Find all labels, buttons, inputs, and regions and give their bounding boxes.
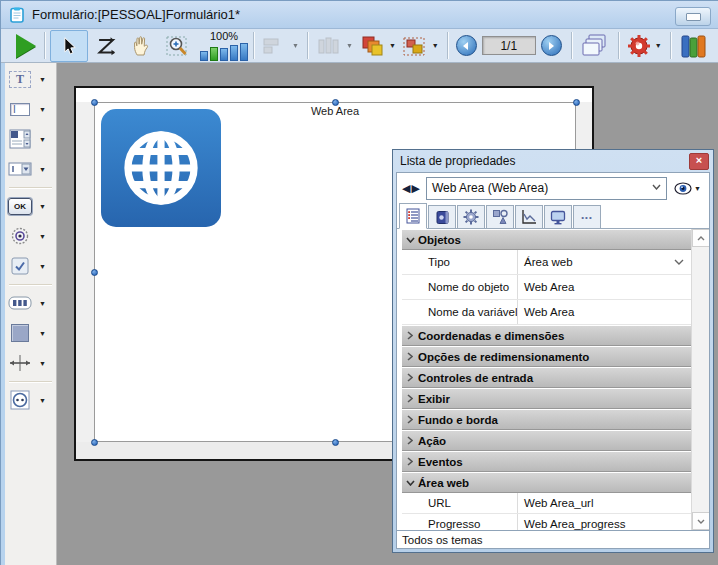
property-tabs: ••• <box>397 203 709 229</box>
property-row-progresso[interactable]: Progresso Web Area_progress <box>402 514 692 530</box>
property-row-tipo[interactable]: Tipo Área web <box>402 250 692 275</box>
object-prev-next-buttons[interactable]: ◀▶ <box>402 182 421 195</box>
form-editor-window: Formulário:[PESSOAL]Formulário1* <box>0 0 718 565</box>
tab-coordinates[interactable] <box>457 205 485 228</box>
group-selection-button[interactable] <box>399 31 431 61</box>
select-tool-button[interactable] <box>50 30 88 62</box>
run-form-button[interactable] <box>3 31 39 61</box>
property-row-url[interactable]: URL Web Area_url <box>402 493 692 514</box>
settings-dropdown-arrow[interactable]: ▼ <box>655 42 662 49</box>
splitter-tool-dropdown-arrow[interactable]: ▼ <box>39 360 46 367</box>
group-eventos[interactable]: Eventos <box>402 452 692 472</box>
tool-combo-box[interactable]: ▼ <box>5 155 56 183</box>
scroll-down-icon <box>697 519 705 524</box>
selection-handle[interactable] <box>332 439 339 446</box>
form-pages-button[interactable] <box>577 31 613 61</box>
combobox-tool-dropdown-arrow[interactable]: ▼ <box>39 166 46 173</box>
object-selector-value: Web Area (Web Area) <box>432 181 548 195</box>
property-scrollbar[interactable] <box>691 229 709 530</box>
url-value: Web Area_url <box>524 497 593 509</box>
plugin-area-tool-dropdown-arrow[interactable]: ▼ <box>39 397 46 404</box>
zoom-bar[interactable] <box>240 43 248 61</box>
tool-button-grid[interactable]: ▼ <box>5 289 56 317</box>
chevron-collapsed-icon <box>407 436 413 445</box>
group-objetos[interactable]: Objetos <box>402 230 692 250</box>
selection-handle[interactable] <box>91 269 98 276</box>
combobox-tool-icon <box>8 162 32 176</box>
cursor-arrow-icon <box>59 35 79 57</box>
nome-variavel-value: Web Area <box>524 306 574 318</box>
tab-events[interactable] <box>515 205 543 228</box>
tool-radio-button[interactable]: ▼ <box>5 222 56 250</box>
layer-order-button[interactable] <box>356 31 388 61</box>
magnifier-icon <box>166 34 190 58</box>
zoom-bar[interactable] <box>220 48 228 61</box>
layer-order-dropdown-arrow[interactable]: ▼ <box>389 42 396 49</box>
scroll-down-button[interactable] <box>692 512 710 530</box>
tab-all-properties[interactable] <box>399 203 427 229</box>
previous-icon <box>462 42 470 50</box>
text-tool-dropdown-arrow[interactable]: ▼ <box>39 76 46 83</box>
eye-icon <box>674 182 692 195</box>
button-tool-dropdown-arrow[interactable]: ▼ <box>39 203 46 210</box>
panel-title-bar: Lista de propriedades × <box>393 150 713 172</box>
radio-tool-dropdown-arrow[interactable]: ▼ <box>39 233 46 240</box>
ellipsis-icon: ••• <box>581 213 592 222</box>
tab-more[interactable]: ••• <box>573 205 601 228</box>
checkbox-tool-dropdown-arrow[interactable]: ▼ <box>39 263 46 270</box>
group-redimensionamento[interactable]: Opções de redimensionamento <box>402 347 692 367</box>
tool-button[interactable]: OK ▼ <box>5 192 56 220</box>
tool-rectangle[interactable]: ▼ <box>5 319 56 347</box>
zoom-tool-button[interactable] <box>160 31 196 61</box>
align-dropdown-arrow[interactable]: ▼ <box>292 42 299 49</box>
pan-tool-button[interactable] <box>124 31 160 61</box>
entry-order-tool-button[interactable] <box>88 31 124 61</box>
object-selector-dropdown[interactable]: Web Area (Web Area) <box>426 177 667 200</box>
collapse-window-button[interactable] <box>675 7 711 26</box>
group-area-web[interactable]: Área web <box>402 473 692 493</box>
tool-list-box[interactable]: ▼ <box>5 125 56 153</box>
visibility-options-button[interactable]: ▼ <box>674 182 704 195</box>
tab-display[interactable] <box>544 205 572 228</box>
button-grid-tool-dropdown-arrow[interactable]: ▼ <box>39 300 46 307</box>
property-list-panel: Lista de propriedades × ◀▶ Web Area (Web… <box>392 149 714 553</box>
previous-page-button[interactable] <box>456 35 477 56</box>
close-panel-button[interactable]: × <box>689 153 709 170</box>
next-page-button[interactable] <box>541 35 562 56</box>
rectangle-tool-dropdown-arrow[interactable]: ▼ <box>39 330 46 337</box>
property-row-nome-variavel[interactable]: Nome da variável Web Area <box>402 300 692 325</box>
group-selection-dropdown-arrow[interactable]: ▼ <box>432 42 439 49</box>
selection-handle[interactable] <box>332 99 339 106</box>
tool-static-text[interactable]: T ▼ <box>5 65 56 93</box>
property-row-nome-objeto[interactable]: Nome do objeto Web Area <box>402 275 692 300</box>
tool-splitter[interactable]: ▼ <box>5 349 56 377</box>
rectangle-tool-icon <box>11 324 29 342</box>
settings-gear-button[interactable] <box>624 31 654 61</box>
checkbox-tool-icon <box>11 257 29 275</box>
tool-checkbox[interactable]: ▼ <box>5 252 56 280</box>
red-gear-icon <box>627 34 651 58</box>
group-coordenadas[interactable]: Coordenadas e dimensões <box>402 326 692 346</box>
distribute-dropdown-arrow[interactable]: ▼ <box>346 42 353 49</box>
tool-input-field[interactable]: I ▼ <box>5 95 56 123</box>
selection-handle[interactable] <box>91 99 98 106</box>
tab-objects[interactable] <box>428 205 456 228</box>
selection-handle[interactable] <box>91 439 98 446</box>
selection-handle[interactable] <box>573 99 580 106</box>
tab-appearance[interactable] <box>486 205 514 228</box>
group-controles[interactable]: Controles de entrada <box>402 368 692 388</box>
zoom-bar[interactable] <box>230 45 238 61</box>
tool-plugin-area[interactable]: ▼ <box>5 386 56 414</box>
group-acao[interactable]: Ação <box>402 431 692 451</box>
zoom-bar[interactable] <box>200 51 208 61</box>
group-exibir[interactable]: Exibir <box>402 389 692 409</box>
listbox-tool-dropdown-arrow[interactable]: ▼ <box>39 136 46 143</box>
chevron-collapsed-icon <box>407 394 413 403</box>
group-fundo-borda[interactable]: Fundo e borda <box>402 410 692 430</box>
group-selection-icon <box>402 34 428 58</box>
scroll-up-button[interactable] <box>692 229 710 247</box>
zoom-bar-current[interactable] <box>210 47 218 61</box>
object-navigation-row: ◀▶ Web Area (Web Area) ▼ <box>397 173 709 203</box>
input-tool-dropdown-arrow[interactable]: ▼ <box>39 106 46 113</box>
object-library-button[interactable] <box>676 31 710 61</box>
